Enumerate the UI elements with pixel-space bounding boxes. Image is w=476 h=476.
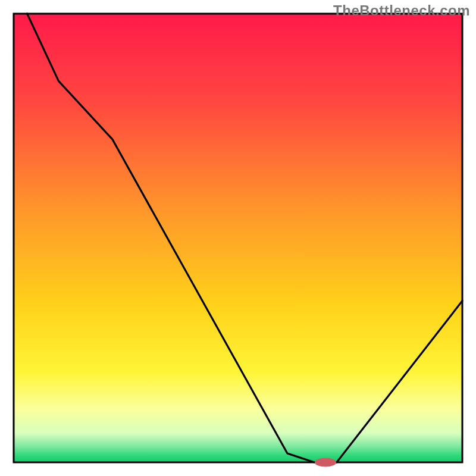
plot-background xyxy=(14,14,462,462)
bottleneck-chart xyxy=(0,0,476,476)
watermark-text: TheBottleneck.com xyxy=(333,2,470,19)
optimal-marker xyxy=(315,458,336,466)
chart-container: TheBottleneck.com xyxy=(0,0,476,476)
